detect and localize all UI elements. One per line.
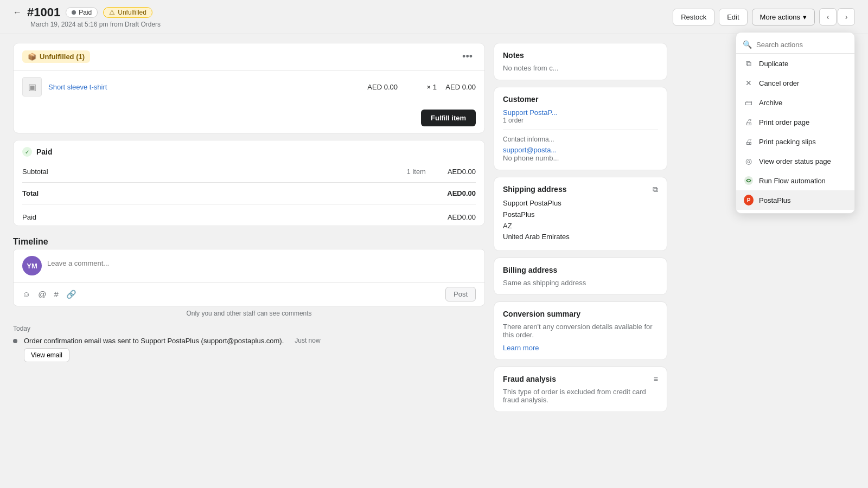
comment-input-row: YM: [14, 249, 484, 282]
subtotal-row: Subtotal 1 item AED0.00: [14, 163, 484, 180]
dropdown-item-postaplus-label: PostaPlus: [759, 196, 791, 204]
unfulfilled-more-button[interactable]: •••: [459, 50, 476, 63]
customer-order-count: 1 order: [503, 117, 658, 124]
conversion-summary-title: Conversion summary: [503, 310, 658, 318]
search-actions-input[interactable]: [756, 41, 848, 49]
dropdown-item-print-order[interactable]: 🖨 Print order page: [736, 112, 854, 132]
product-quantity: × 1: [404, 83, 437, 91]
emoji-icon[interactable]: ☺: [22, 290, 30, 299]
product-name-link[interactable]: Short sleeve t-shirt: [48, 83, 359, 91]
shipping-company: PostaPlus: [503, 209, 658, 221]
payment-status-label: Paid: [36, 147, 53, 156]
right-panel: Notes No notes from c... Customer Suppor…: [494, 43, 667, 479]
hashtag-icon[interactable]: #: [54, 290, 59, 299]
timeline-events: Today Order confirmation email was sent …: [13, 325, 485, 362]
paid-badge: Paid: [66, 7, 98, 18]
dropdown-item-cancel-label: Cancel order: [759, 79, 799, 87]
attachment-icon[interactable]: 🔗: [66, 290, 76, 299]
page-header: ← #1001 Paid ⚠ Unfulfilled March 19, 202…: [0, 0, 868, 34]
comment-input[interactable]: [47, 256, 476, 271]
timeline-dot: [13, 339, 17, 343]
fulfill-item-button[interactable]: Fulfill item: [421, 110, 476, 126]
view-email-button[interactable]: View email: [24, 348, 69, 362]
post-button[interactable]: Post: [445, 287, 476, 301]
customer-email-link[interactable]: support@posta...: [503, 146, 557, 154]
product-price-row: AED 0.00 × 1 AED 0.00: [365, 83, 476, 91]
comment-note: Only you and other staff can see comment…: [13, 306, 485, 318]
payment-divider-2: [22, 204, 476, 204]
dropdown-search-bar: 🔍: [736, 36, 854, 54]
search-icon: 🔍: [743, 40, 752, 49]
paid-dot: [72, 10, 76, 15]
payment-divider: [22, 182, 476, 183]
unfulfilled-icon: ⚠: [109, 9, 115, 16]
notes-title: Notes: [503, 51, 658, 60]
total-row: Total AED0.00: [14, 185, 484, 202]
fraud-analysis-header: Fraud analysis ≡: [503, 375, 658, 388]
billing-address-card: Billing address Same as shipping address: [494, 258, 667, 295]
customer-name-link[interactable]: Support PostaP...: [503, 108, 557, 117]
more-actions-dropdown: 🔍 ⧉ Duplicate ✕ Cancel order 🗃 Archive 🖨: [736, 32, 855, 214]
dropdown-item-run-flow[interactable]: Run Flow automation: [736, 171, 854, 190]
back-button[interactable]: ←: [13, 8, 22, 17]
payment-card: ✓ Paid Subtotal 1 item AED0.00 Total AED…: [13, 140, 485, 226]
product-img-icon: ▣: [28, 82, 36, 92]
notes-text: No notes from c...: [503, 64, 658, 72]
timeline-event-text: Order confirmation email was sent to Sup…: [24, 337, 284, 345]
product-row: ▣ Short sleeve t-shirt AED 0.00 × 1 AED …: [14, 70, 484, 103]
user-avatar: YM: [22, 256, 42, 275]
copy-address-icon[interactable]: ⧉: [653, 185, 658, 194]
comment-box: YM ☺ @ # 🔗 Post: [13, 249, 485, 306]
unfulfilled-badge: ⚠ Unfulfilled: [103, 7, 152, 18]
order-subtitle: March 19, 2024 at 5:16 pm from Draft Ord…: [13, 21, 161, 28]
restock-button[interactable]: Restock: [673, 9, 714, 25]
dropdown-item-duplicate[interactable]: ⧉ Duplicate: [736, 54, 854, 73]
dropdown-item-run-flow-label: Run Flow automation: [759, 177, 826, 185]
shipping-name: Support PostaPlus: [503, 198, 658, 209]
billing-address-title: Billing address: [503, 266, 658, 274]
dropdown-item-postaplus[interactable]: P PostaPlus: [736, 190, 854, 210]
subtotal-value: AED0.00: [448, 168, 476, 176]
comment-icons: ☺ @ # 🔗: [22, 290, 76, 299]
order-number: #1001: [27, 5, 60, 20]
notes-card: Notes No notes from c...: [494, 43, 667, 80]
header-actions: Restock Edit More actions ▾ ‹ › 🔍 ⧉ Dupl…: [673, 8, 855, 25]
product-unit-price: AED 0.00: [365, 83, 398, 91]
fulfill-row: Fulfill item: [14, 103, 484, 133]
conversion-learn-more-link[interactable]: Learn more: [503, 344, 539, 352]
dropdown-item-cancel-order[interactable]: ✕ Cancel order: [736, 73, 854, 93]
unfulfilled-label: Unfulfilled: [118, 9, 146, 16]
svg-point-0: [744, 176, 753, 185]
postaplus-logo: P: [744, 195, 754, 206]
subtotal-items: 1 item: [407, 168, 426, 176]
customer-card: Customer Support PostaP... 1 order Conta…: [494, 87, 667, 170]
product-line-total: AED 0.00: [443, 83, 476, 91]
dropdown-item-archive[interactable]: 🗃 Archive: [736, 93, 854, 112]
header-title-row: ← #1001 Paid ⚠ Unfulfilled: [13, 5, 161, 20]
fraud-menu-icon[interactable]: ≡: [654, 375, 658, 383]
view-icon: ◎: [744, 156, 754, 166]
timeline-date: Today: [13, 325, 485, 332]
edit-button[interactable]: Edit: [719, 9, 747, 25]
customer-card-title: Customer: [503, 95, 658, 104]
timeline-event: Order confirmation email was sent to Sup…: [13, 337, 485, 362]
mention-icon[interactable]: @: [38, 290, 46, 299]
dropdown-item-print-packing[interactable]: 🖨 Print packing slips: [736, 132, 854, 151]
unfulfilled-count-label: Unfulfilled (1): [40, 53, 85, 61]
timeline-event-content: Order confirmation email was sent to Sup…: [22, 337, 321, 362]
cancel-icon: ✕: [744, 78, 754, 88]
dropdown-item-archive-label: Archive: [759, 99, 782, 107]
paid-row: Paid AED0.00: [14, 207, 484, 226]
print-icon: 🖨: [744, 117, 754, 127]
header-left: ← #1001 Paid ⚠ Unfulfilled March 19, 202…: [13, 5, 161, 28]
more-actions-button[interactable]: More actions ▾: [752, 9, 815, 25]
next-order-button[interactable]: ›: [838, 8, 855, 25]
more-actions-label: More actions: [760, 13, 800, 21]
dropdown-item-view-status-label: View order status page: [759, 157, 831, 165]
shipping-address-title: Shipping address: [503, 185, 566, 194]
fraud-analysis-title: Fraud analysis: [503, 375, 556, 383]
paid-row-value: AED0.00: [448, 213, 476, 221]
prev-order-button[interactable]: ‹: [819, 8, 837, 25]
dropdown-item-print-order-label: Print order page: [759, 118, 809, 126]
dropdown-item-view-status[interactable]: ◎ View order status page: [736, 151, 854, 171]
